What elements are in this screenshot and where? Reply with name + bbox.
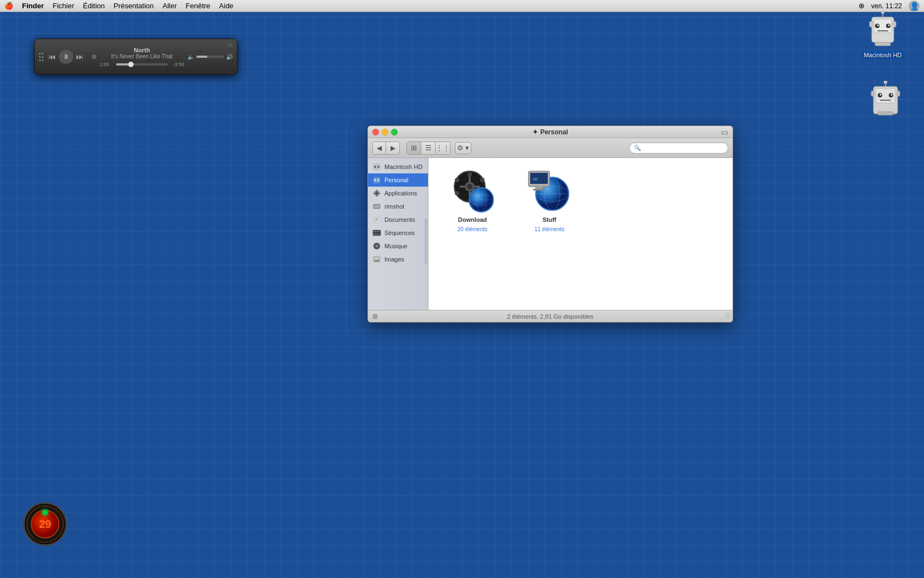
svg-rect-10 (870, 21, 873, 27)
menu-fichier[interactable]: Fichier (53, 2, 74, 10)
finder-body: Macintosh HD Personal (368, 158, 733, 310)
screenium-app-icon[interactable]: 29 (23, 502, 73, 552)
svg-rect-21 (878, 112, 893, 115)
svg-point-66 (455, 178, 459, 182)
svg-rect-47 (377, 233, 378, 235)
statusbar-grid-icon: ⊞ (372, 313, 378, 320)
menubar: 🍎 Finder Fichier Édition Présentation Al… (0, 0, 924, 12)
stuff-folder-count: 11 éléments (535, 226, 564, 232)
menu-edition[interactable]: Édition (83, 2, 105, 10)
svg-rect-78 (535, 187, 543, 189)
menu-fenetre[interactable]: Fenêtre (186, 2, 211, 10)
sidebar-item-images[interactable]: Images (368, 253, 428, 266)
sidebar-item-documents[interactable]: Documents (368, 213, 428, 226)
sidebar-personal-label: Personal (384, 177, 408, 183)
track-info: North It's Never Been Like That (111, 47, 173, 59)
desktop-icon-personal[interactable] (866, 83, 905, 118)
sidebar-documents-label: Documents (384, 216, 415, 223)
svg-rect-45 (373, 233, 375, 235)
volume-low-icon: 🔈 (188, 54, 194, 60)
action-button[interactable]: ⚙ ▾ (455, 142, 471, 154)
play-button[interactable]: ⏸ (59, 50, 73, 64)
svg-text:HD: HD (533, 177, 537, 182)
volume-control: 🔈 🔊 (188, 54, 233, 60)
file-item-download[interactable]: Download 20 éléments (439, 169, 505, 232)
stuff-folder-icon: HD (527, 169, 571, 213)
svg-rect-43 (377, 231, 378, 232)
window-minimize-btn[interactable] (382, 129, 388, 135)
macintosh-hd-label: Macintosh HD (861, 51, 904, 59)
svg-point-4 (877, 25, 879, 26)
apple-menu[interactable]: 🍎 (4, 2, 13, 10)
progress-bar[interactable] (116, 63, 168, 66)
sidebar-applications-label: Applications (384, 190, 417, 197)
desktop-icon-macintosh-hd[interactable]: Macintosh HD (861, 14, 905, 59)
list-view-btn[interactable]: ☰ (421, 142, 436, 154)
app-name[interactable]: Finder (22, 2, 44, 10)
wifi-icon[interactable]: ⊕ (859, 2, 865, 10)
file-item-stuff[interactable]: HD Stuff 11 éléments (516, 169, 582, 232)
svg-point-16 (880, 94, 882, 96)
sidebar-applications-icon (372, 189, 381, 198)
sidebar-item-applications[interactable]: Applications (368, 187, 428, 200)
progress-row: 1:05 -3:58 (100, 62, 184, 67)
track-title: It's Never Been Like That (111, 53, 173, 59)
icon-view-btn[interactable]: ⊞ (407, 142, 421, 154)
finder-statusbar: ⊞ 2 éléments, 2,91 Go disponibles ⠿ (368, 310, 733, 322)
screenium-outer-ring: 29 (23, 502, 67, 546)
svg-rect-22 (871, 91, 874, 96)
search-icon: 🔍 (634, 145, 641, 151)
prev-button[interactable]: ⏮ (47, 51, 58, 62)
personal-folder-icon (868, 83, 903, 118)
sidebar-item-personal[interactable]: Personal (368, 173, 428, 187)
sidebar-macintosh-hd-label: Macintosh HD (384, 163, 422, 170)
svg-point-29 (378, 179, 380, 181)
volume-fill (196, 56, 207, 58)
macintosh-hd-svg (865, 9, 900, 53)
window-maximize-btn[interactable] (391, 129, 398, 135)
volume-bar[interactable] (196, 56, 224, 58)
menu-aide[interactable]: Aide (219, 2, 233, 10)
time-elapsed: 1:05 (100, 62, 114, 67)
svg-point-25 (375, 166, 376, 168)
sidebar-item-sequences[interactable]: Séquences (368, 226, 428, 239)
user-icon[interactable]: 👤 (909, 1, 920, 12)
svg-rect-38 (375, 219, 378, 220)
sidebar-item-macintosh-hd[interactable]: Macintosh HD (368, 160, 428, 173)
sidebar-rimshot-icon (372, 202, 381, 211)
search-box[interactable]: 🔍 (629, 143, 728, 154)
svg-rect-6 (877, 30, 888, 31)
time-remaining: -3:58 (170, 62, 184, 67)
svg-point-55 (375, 258, 376, 259)
menu-aller[interactable]: Aller (163, 2, 177, 10)
window-title-text: Personal (540, 128, 568, 136)
player-close-button[interactable]: ✕ (227, 41, 234, 49)
sidebar-scrollbar[interactable] (425, 219, 427, 264)
window-collapse-btn[interactable]: ▭ (721, 128, 728, 137)
sidebar-personal-icon (372, 176, 381, 184)
sidebar-item-rimshot[interactable]: rimshot (368, 200, 428, 213)
search-input[interactable] (643, 145, 723, 151)
window-close-btn[interactable] (372, 129, 379, 135)
download-folder-icon (450, 169, 494, 213)
progress-thumb[interactable] (128, 62, 134, 67)
datetime: ven. 11:22 (871, 2, 902, 10)
svg-point-63 (468, 172, 472, 177)
next-button[interactable]: ⏭ (74, 51, 85, 62)
forward-button[interactable]: ▶ (386, 142, 399, 154)
svg-point-51 (376, 246, 377, 247)
personal-icon-svg (869, 81, 902, 119)
music-player: ⏮ ⏸ ⏭ North It's Never Been Like That 1:… (34, 39, 238, 75)
macintosh-hd-icon (865, 14, 900, 49)
svg-point-67 (455, 191, 459, 195)
screenium-status-dot (42, 510, 48, 515)
svg-point-20 (884, 81, 887, 84)
sidebar-item-musique[interactable]: Musique (368, 239, 428, 253)
resize-handle[interactable]: ⠿ (725, 312, 730, 320)
download-folder-count: 20 éléments (458, 226, 487, 232)
back-button[interactable]: ◀ (373, 142, 386, 154)
svg-point-17 (891, 94, 893, 96)
svg-point-28 (375, 179, 376, 181)
column-view-btn[interactable]: ⋮⋮ (436, 142, 450, 154)
menu-presentation[interactable]: Présentation (114, 2, 154, 10)
